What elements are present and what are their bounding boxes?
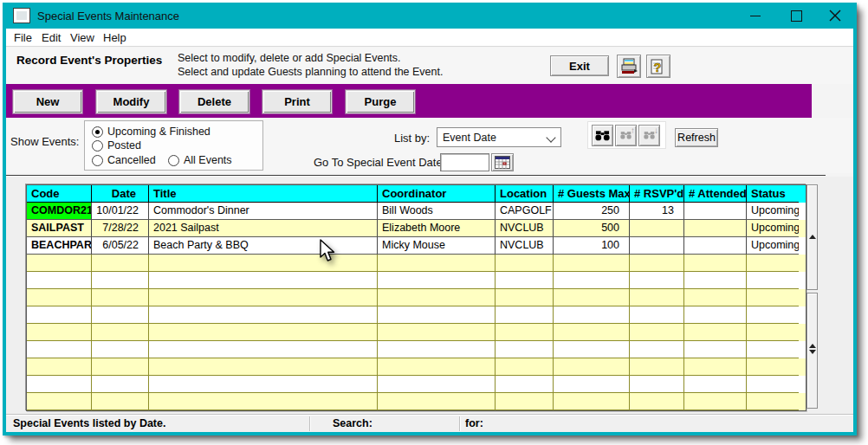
cell-code[interactable]: COMDOR21 xyxy=(27,203,92,220)
calendar-picker-button[interactable] xyxy=(491,153,514,171)
col-header-code[interactable]: Code xyxy=(27,185,92,203)
col-header-coordinator[interactable]: Coordinator xyxy=(378,185,496,203)
table-row-empty[interactable] xyxy=(27,393,806,410)
grid-scroll-page-control[interactable] xyxy=(806,293,818,409)
table-row-empty[interactable] xyxy=(27,306,806,324)
col-header-attended[interactable]: # Attended xyxy=(684,185,747,203)
table-row-empty[interactable] xyxy=(27,376,806,393)
section-title: Record Event's Properties xyxy=(16,54,162,67)
find-button[interactable] xyxy=(592,125,613,146)
status-bar: Special Events listed by Date. Search: f… xyxy=(6,414,853,432)
cell-attended[interactable] xyxy=(684,203,747,220)
status-separator xyxy=(459,416,461,431)
find-button-panel: ↑ ↓ xyxy=(587,121,666,149)
cell-rsvpd[interactable] xyxy=(630,220,684,237)
table-row-empty[interactable] xyxy=(27,255,806,272)
table-row-empty[interactable] xyxy=(27,341,806,358)
col-header-title[interactable]: Title xyxy=(149,185,378,203)
menu-view[interactable]: View xyxy=(70,31,94,44)
cell-rsvpd[interactable] xyxy=(630,237,684,255)
mouse-cursor xyxy=(319,239,338,267)
cell-attended[interactable] xyxy=(684,220,747,237)
purge-button[interactable]: Purge xyxy=(346,90,415,113)
cell-guests-max[interactable]: 500 xyxy=(554,220,630,237)
table-row-empty[interactable] xyxy=(27,289,806,306)
col-header-date[interactable]: Date xyxy=(92,185,149,203)
table-row-empty[interactable] xyxy=(27,358,806,376)
cell-rsvpd[interactable]: 13 xyxy=(630,203,684,220)
delete-button[interactable]: Delete xyxy=(179,90,249,113)
cell-coordinator[interactable]: Bill Woods xyxy=(378,203,496,220)
find-previous-button[interactable]: ↑ xyxy=(615,125,637,146)
cell-status[interactable]: Upcoming xyxy=(747,237,799,255)
exit-button[interactable]: Exit xyxy=(550,55,609,76)
grid-header-row: Code Date Title Coordinator Location # G… xyxy=(27,185,806,203)
cell-coordinator[interactable]: Elizabeth Moore xyxy=(378,220,496,237)
col-header-guests-max[interactable]: # Guests Max xyxy=(554,185,630,203)
cell-coordinator[interactable]: Micky Mouse xyxy=(378,237,496,255)
radio-upcoming-finished[interactable]: Upcoming & Finished xyxy=(92,126,211,138)
close-button[interactable] xyxy=(820,3,850,29)
minimize-button[interactable] xyxy=(741,3,770,29)
scroll-page-up-icon xyxy=(809,344,816,348)
arrow-up-icon: ↑ xyxy=(631,126,635,135)
instruction-line-2: Select and update Guests planning to att… xyxy=(178,66,443,78)
help-icon: ? xyxy=(650,58,667,75)
title-bar[interactable]: Special Events Maintenance xyxy=(3,3,857,29)
cell-location[interactable]: NVCLUB xyxy=(496,220,554,237)
cell-code[interactable]: SAILPAST xyxy=(27,220,92,237)
cell-guests-max[interactable]: 100 xyxy=(554,237,630,255)
table-row-comdor21[interactable]: COMDOR21 10/01/22 Commodor's Dinner Bill… xyxy=(27,203,806,220)
table-row-beachparty[interactable]: BEACHPARTY 6/05/22 Beach Party & BBQ Mic… xyxy=(27,237,806,255)
cell-location[interactable]: CAPGOLF xyxy=(496,203,554,220)
col-header-status[interactable]: Status xyxy=(747,185,799,203)
col-header-location[interactable]: Location xyxy=(496,185,554,203)
new-button[interactable]: New xyxy=(13,90,82,113)
print-button[interactable]: Print xyxy=(262,90,332,113)
cell-status[interactable]: Upcoming xyxy=(747,220,799,237)
cell-date[interactable]: 6/05/22 xyxy=(92,237,149,255)
list-by-dropdown[interactable]: Event Date xyxy=(437,127,561,147)
app-icon xyxy=(14,9,29,23)
find-next-button[interactable]: ↓ xyxy=(638,125,660,146)
maximize-button[interactable] xyxy=(781,3,811,29)
cell-title[interactable]: 2021 Sailpast xyxy=(149,220,378,237)
radio-posted[interactable]: Posted xyxy=(92,139,141,152)
cell-location[interactable]: NVCLUB xyxy=(496,237,554,255)
list-by-value: Event Date xyxy=(443,132,496,144)
menu-edit[interactable]: Edit xyxy=(42,31,61,44)
goto-date-input[interactable] xyxy=(440,153,489,171)
cell-title[interactable]: Beach Party & BBQ xyxy=(149,237,378,255)
table-row-empty[interactable] xyxy=(27,272,806,289)
cell-attended[interactable] xyxy=(684,237,747,255)
cell-title[interactable]: Commodor's Dinner xyxy=(149,203,378,220)
close-icon xyxy=(820,3,850,29)
status-search-label: Search: xyxy=(333,417,372,429)
cell-date[interactable]: 10/01/22 xyxy=(92,203,149,220)
filter-section: Show Events: Upcoming & Finished Posted … xyxy=(6,118,853,173)
cell-date[interactable]: 7/28/22 xyxy=(92,220,149,237)
col-header-rsvpd[interactable]: # RSVP'd xyxy=(630,185,684,203)
table-row-empty[interactable] xyxy=(27,324,806,341)
app-window: Special Events Maintenance File Edit Vie… xyxy=(3,3,857,435)
radio-cancelled[interactable]: Cancelled xyxy=(92,154,156,166)
modify-button[interactable]: Modify xyxy=(96,90,166,113)
print-report-button[interactable] xyxy=(617,55,641,78)
scroll-up-icon xyxy=(809,235,816,239)
help-button[interactable]: ? xyxy=(646,55,670,78)
table-row-sailpast[interactable]: SAILPAST 7/28/22 2021 Sailpast Elizabeth… xyxy=(27,220,806,237)
grid-scroll-up-control[interactable] xyxy=(806,184,818,290)
status-message: Special Events listed by Date. xyxy=(13,417,165,429)
status-separator xyxy=(309,416,311,431)
radio-all-events[interactable]: All Events xyxy=(168,154,232,166)
radio-icon xyxy=(92,155,103,166)
menu-help[interactable]: Help xyxy=(103,31,126,44)
show-events-label: Show Events: xyxy=(10,135,80,148)
cell-code[interactable]: BEACHPARTY xyxy=(27,237,92,255)
cell-guests-max[interactable]: 250 xyxy=(554,203,630,220)
cell-status[interactable]: Upcoming xyxy=(747,203,799,220)
refresh-button[interactable]: Refresh xyxy=(675,128,718,147)
instruction-line-1: Select to modify, delete or add Special … xyxy=(178,52,401,64)
radio-icon xyxy=(92,140,103,152)
menu-file[interactable]: File xyxy=(14,31,32,44)
